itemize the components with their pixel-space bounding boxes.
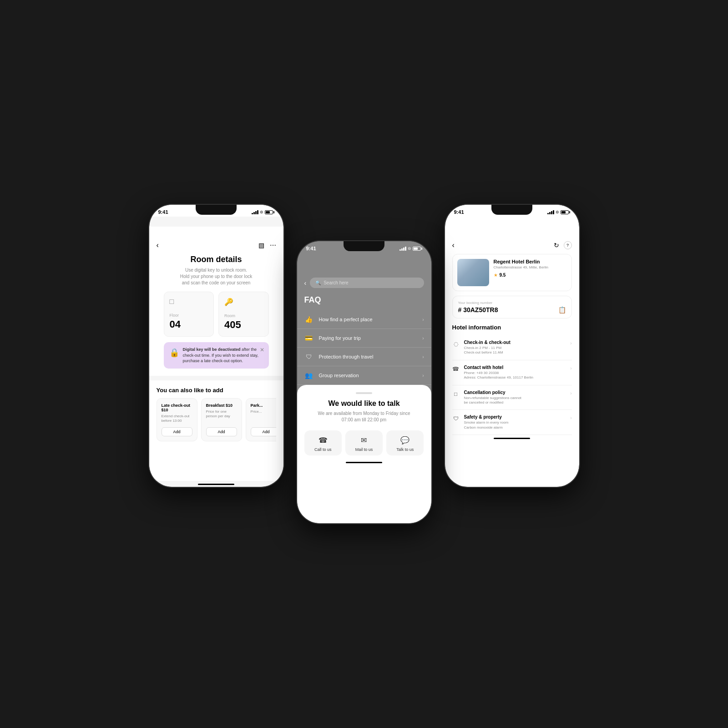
safety-item[interactable]: 🛡 Safety & property Smoke alarm in every…	[452, 410, 572, 435]
call-label: Call to us	[314, 447, 332, 452]
room-cards: □ Floor 04 🔑 Room 405	[164, 292, 269, 337]
hotel-section-title: Hotel information	[452, 324, 572, 331]
search-bar[interactable]: 🔍 Search here	[310, 278, 424, 288]
hotel-nav: ‹ ↻ ?	[452, 241, 572, 249]
phone-icon: ☎	[318, 436, 328, 445]
room-label: Room	[224, 313, 263, 318]
status-icons-center: ⊜	[399, 246, 422, 251]
phone-right: 9:41 ⊜	[445, 205, 579, 487]
checkin-title: Check-in & check-out	[464, 340, 566, 345]
breakfast-add-button[interactable]: Add	[206, 427, 237, 436]
hotel-info: Regent Hotel Berlin Charlottenstrasse 49…	[494, 259, 567, 278]
cancellation-item[interactable]: □ Cancellation policy Non-refundable sug…	[452, 385, 572, 410]
hotel-back-button[interactable]: ‹	[452, 241, 455, 249]
breakfast-desc: Price for one person per day	[206, 410, 237, 424]
sheet-subtitle: We are available from Monday to Friday s…	[304, 410, 424, 423]
booking-number: # 30AZ50TR8	[458, 306, 498, 313]
chat-action[interactable]: 💬 Talk to us	[386, 430, 424, 455]
qr-icon[interactable]: ▧	[258, 242, 264, 249]
notch-center	[344, 241, 384, 251]
chevron-safety: ›	[570, 415, 571, 420]
home-indicator-left	[198, 484, 234, 485]
clock-icon: ◌	[452, 341, 460, 347]
faq-item-1[interactable]: 👍 How find a perfect place ›	[297, 310, 431, 329]
late-checkout-title: Late check-out $10	[162, 403, 192, 412]
hotel-image	[457, 259, 489, 286]
wifi-icon-right: ⊜	[556, 210, 559, 214]
faq-text-4: Group reservation	[319, 373, 423, 378]
faq-icon-1: 👍	[304, 316, 313, 323]
search-placeholder: Search here	[324, 280, 348, 285]
lock-icon: 🔒	[169, 348, 179, 358]
help-icon[interactable]: ?	[564, 241, 572, 249]
cancellation-content: Cancellation policy Non-refundable sugge…	[464, 390, 566, 405]
contact-bottom-sheet: We would like to talk We are available f…	[297, 385, 431, 523]
contact-item[interactable]: ☎ Contact with hotel Phone: +49 30 20338…	[452, 360, 572, 385]
chat-label: Talk to us	[396, 447, 414, 452]
faq-item-3[interactable]: 🛡 Protection through travel ›	[297, 348, 431, 366]
floor-label: Floor	[170, 313, 208, 318]
chevron-icon-2: ›	[422, 336, 424, 341]
faq-icon-4: 👥	[304, 372, 313, 379]
battery-icon-right	[561, 210, 570, 214]
signal-icon-right	[547, 210, 554, 214]
search-icon: 🔍	[315, 280, 321, 285]
checkin-desc: Check-in 2 PM - 11 PMCheck-out before 11…	[464, 346, 566, 355]
faq-header: ‹ 🔍 Search here FAQ	[297, 263, 431, 310]
cancel-icon: □	[452, 391, 460, 397]
late-checkout-add-button[interactable]: Add	[162, 427, 192, 436]
floor-icon: □	[170, 298, 208, 306]
late-checkout-card: Late check-out $10 Extend check-out befo…	[157, 398, 197, 441]
key-icon: 🔑	[224, 298, 263, 306]
hotel-name: Regent Hotel Berlin	[494, 259, 567, 264]
faq-nav: ‹ 🔍 Search here	[304, 278, 424, 288]
nav-icons: ▧ ⋯	[258, 242, 276, 249]
checkin-item[interactable]: ◌ Check-in & check-out Check-in 2 PM - 1…	[452, 335, 572, 360]
phone-center: 9:41 ⊜	[297, 241, 431, 523]
hotel-rating: ★ 9.5	[494, 273, 567, 278]
contact-content: Contact with hotel Phone: +49 30 20338Ad…	[464, 365, 566, 380]
faq-icon-2: 💳	[304, 334, 313, 342]
upsell-section: You can also like to add Late check-out …	[149, 380, 283, 481]
status-icons-left: ⊜	[252, 210, 274, 214]
chevron-contact: ›	[570, 366, 571, 371]
faq-item-2[interactable]: 💳 Paying for your trip ›	[297, 329, 431, 348]
room-details-nav: ‹ ▧ ⋯	[157, 241, 276, 249]
faq-text-3: Protection through travel	[319, 354, 423, 359]
cancellation-desc: Non-refundable suggestions cannotbe canc…	[464, 396, 566, 405]
faq-item-4[interactable]: 👥 Group reservation ›	[297, 366, 431, 385]
phone-left: 9:41 ⊜	[149, 205, 283, 487]
copy-icon[interactable]: 📋	[558, 306, 566, 313]
call-action[interactable]: ☎ Call to us	[304, 430, 342, 455]
refresh-icon[interactable]: ↻	[554, 242, 559, 249]
chevron-cancel: ›	[570, 391, 571, 396]
contact-title: Contact with hotel	[464, 365, 566, 370]
more-icon[interactable]: ⋯	[270, 242, 276, 249]
floor-value: 04	[170, 318, 208, 330]
contact-actions: ☎ Call to us ✉ Mail to us 💬 Talk to us	[304, 430, 424, 455]
floor-card: □ Floor 04	[164, 292, 214, 337]
faq-title: FAQ	[304, 292, 424, 310]
alert-close-button[interactable]: ✕	[260, 347, 264, 353]
room-details-header: ‹ ▧ ⋯ Room details Use digital key to un…	[149, 227, 283, 376]
hotel-card: Regent Hotel Berlin Charlottenstrasse 49…	[452, 254, 572, 291]
safety-title: Safety & property	[464, 415, 566, 420]
home-indicator-center	[346, 462, 382, 463]
booking-label: Your booking number	[458, 301, 498, 305]
breakfast-title: Breakfast $10	[206, 403, 237, 408]
sheet-title: We would like to talk	[304, 399, 424, 408]
phone-icon-hotel: ☎	[452, 366, 460, 372]
safety-desc: Smoke alarm in every roomCarbon monoxide…	[464, 420, 566, 430]
hotel-nav-icons: ↻ ?	[554, 241, 572, 249]
faq-back-button[interactable]: ‹	[304, 279, 307, 287]
faq-icon-3: 🛡	[304, 353, 313, 360]
parking-add-button[interactable]: Add	[251, 427, 276, 436]
notch-left	[196, 205, 237, 215]
chevron-icon-3: ›	[422, 354, 424, 359]
cancellation-title: Cancellation policy	[464, 390, 566, 395]
back-button[interactable]: ‹	[157, 241, 159, 249]
mail-icon: ✉	[361, 436, 367, 445]
battery-icon	[265, 210, 274, 214]
mail-action[interactable]: ✉ Mail to us	[345, 430, 383, 455]
upsell-title: You can also like to add	[157, 387, 276, 394]
